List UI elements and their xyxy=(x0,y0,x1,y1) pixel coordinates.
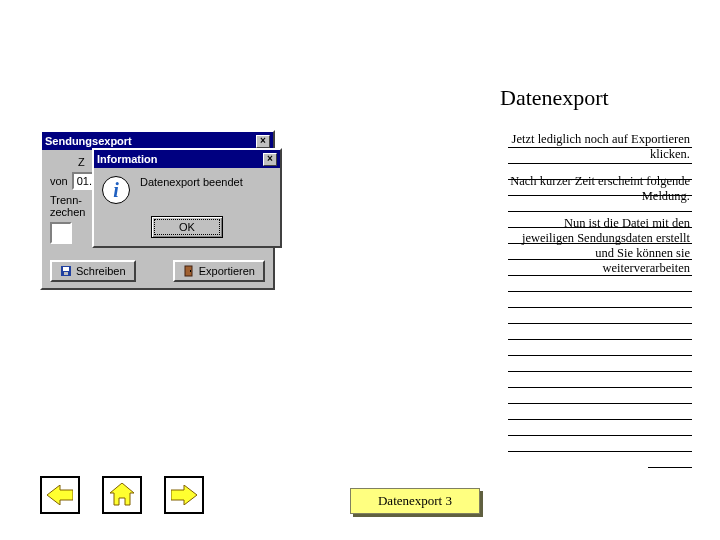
exportieren-button[interactable]: Exportieren xyxy=(173,260,265,282)
label-z: Z xyxy=(78,156,85,168)
svg-rect-2 xyxy=(64,272,68,275)
information-message: Datenexport beendet xyxy=(140,176,243,188)
instruction-para-1: Jetzt lediglich noch auf Exportieren kli… xyxy=(510,132,690,162)
nav-bar xyxy=(40,476,204,514)
instruction-para-2: Nach kurzer Zeit erscheint folgende Meld… xyxy=(510,174,690,204)
close-button[interactable]: × xyxy=(263,153,277,166)
close-button[interactable]: × xyxy=(256,135,270,148)
ok-button[interactable]: OK xyxy=(151,216,223,238)
trenn-field[interactable] xyxy=(50,222,72,244)
info-icon: i xyxy=(102,176,130,204)
home-icon xyxy=(109,483,135,507)
instruction-para-3: Nun ist die Datei mit den jeweiligen Sen… xyxy=(510,216,690,276)
svg-rect-4 xyxy=(190,270,191,272)
information-dialog: Information × i Datenexport beendet OK xyxy=(92,148,282,248)
information-title: Information xyxy=(97,153,158,165)
schreiben-label: Schreiben xyxy=(76,265,126,277)
slide-label: Datenexport 3 xyxy=(350,488,480,514)
svg-marker-6 xyxy=(110,483,134,505)
svg-marker-5 xyxy=(47,485,73,505)
instruction-column: Jetzt lediglich noch auf Exportieren kli… xyxy=(510,132,690,288)
label-von: von xyxy=(50,175,68,187)
page-title: Datenexport xyxy=(500,85,609,111)
sendungsexport-title: Sendungsexport xyxy=(45,135,132,147)
information-titlebar[interactable]: Information × xyxy=(94,150,280,168)
svg-rect-1 xyxy=(63,267,69,271)
next-button[interactable] xyxy=(164,476,204,514)
disk-icon xyxy=(60,265,72,277)
trenn-label: Trenn- zechen xyxy=(50,194,88,218)
prev-button[interactable] xyxy=(40,476,80,514)
schreiben-button[interactable]: Schreiben xyxy=(50,260,136,282)
door-icon xyxy=(183,265,195,277)
arrow-left-icon xyxy=(47,485,73,505)
svg-marker-7 xyxy=(171,485,197,505)
arrow-right-icon xyxy=(171,485,197,505)
exportieren-label: Exportieren xyxy=(199,265,255,277)
home-button[interactable] xyxy=(102,476,142,514)
